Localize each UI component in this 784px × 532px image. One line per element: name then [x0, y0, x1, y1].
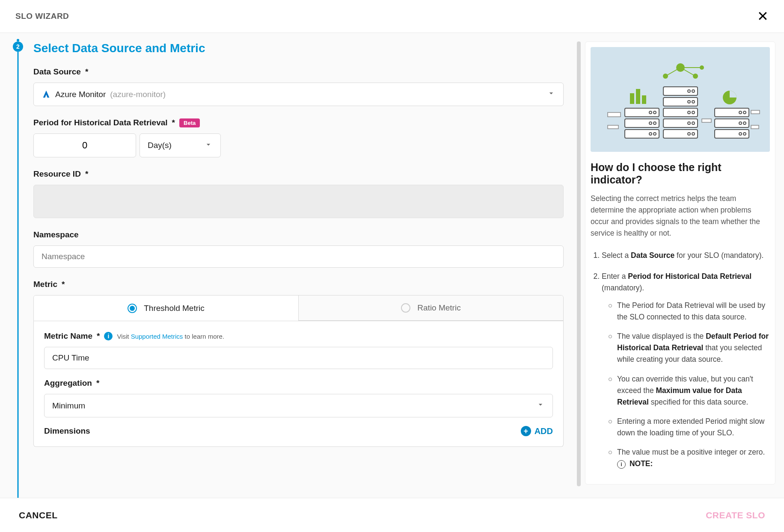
data-source-id: (azure-monitor) — [110, 90, 166, 99]
metric-name-input[interactable] — [44, 347, 553, 369]
close-icon[interactable]: ✕ — [757, 9, 769, 23]
chevron-down-icon — [204, 140, 213, 151]
svg-point-14 — [649, 111, 652, 114]
required-mark: * — [96, 378, 99, 388]
svg-point-34 — [692, 133, 695, 135]
field-resource-id: Resource ID * — [33, 169, 564, 218]
svg-point-32 — [692, 122, 695, 124]
svg-point-30 — [692, 111, 695, 114]
help-heading: How do I choose the right indicator? — [591, 161, 770, 186]
period-unit-value: Day(s) — [148, 141, 172, 150]
svg-point-43 — [743, 133, 746, 135]
svg-point-28 — [692, 100, 695, 103]
svg-point-29 — [688, 111, 690, 114]
period-input[interactable] — [33, 133, 136, 157]
chevron-down-icon — [547, 89, 555, 100]
radio-off-icon — [401, 303, 410, 313]
help-sub-1: The Period for Data Retrieval will be us… — [609, 300, 770, 323]
aggregation-select[interactable]: Minimum — [44, 394, 553, 417]
help-column: How do I choose the right indicator? Sel… — [581, 33, 784, 501]
tab-ratio-metric[interactable]: Ratio Metric — [298, 296, 563, 321]
help-intro: Selecting the correct metrics helps the … — [591, 193, 770, 239]
svg-point-38 — [739, 111, 742, 114]
header-title: SLO WIZARD — [15, 12, 69, 21]
required-mark: * — [172, 118, 175, 127]
svg-point-31 — [688, 122, 690, 124]
metric-tabs: Threshold Metric Ratio Metric — [33, 295, 564, 321]
svg-point-42 — [739, 133, 742, 135]
namespace-input[interactable] — [33, 245, 564, 268]
aggregation-value: Minimum — [52, 401, 85, 411]
step-line — [18, 52, 19, 501]
namespace-label: Namespace — [33, 230, 79, 239]
azure-icon — [42, 90, 51, 99]
tab-threshold-label: Threshold Metric — [144, 304, 205, 313]
add-label: ADD — [535, 426, 553, 436]
radio-on-icon — [128, 304, 137, 313]
help-step-2: Enter a Period for Historical Data Retri… — [602, 271, 770, 470]
metric-body: Metric Name * i Visit Supported Metrics … — [33, 321, 564, 447]
help-sub-4: Entering a more extended Period might sl… — [609, 416, 770, 439]
add-dimension-button[interactable]: + ADD — [521, 426, 553, 436]
svg-rect-8 — [636, 89, 640, 104]
svg-point-18 — [649, 133, 652, 135]
form-column: 2 Select Data Source and Metric Data Sou… — [0, 33, 581, 501]
step-rail: 2 — [13, 41, 23, 476]
wizard-header: SLO WIZARD ✕ — [0, 0, 784, 33]
svg-point-41 — [743, 122, 746, 124]
beta-badge: Beta — [179, 118, 200, 127]
svg-point-25 — [688, 90, 690, 92]
tab-ratio-label: Ratio Metric — [417, 303, 460, 313]
field-metric: Metric * Threshold Metric Ratio Metric — [33, 280, 564, 447]
data-source-select[interactable]: Azure Monitor (azure-monitor) — [33, 83, 564, 106]
supported-metrics-link[interactable]: Supported Metrics — [131, 333, 183, 340]
data-source-label: Data Source — [33, 67, 81, 77]
required-mark: * — [97, 331, 100, 341]
svg-point-27 — [688, 100, 690, 103]
help-step-1: Select a Data Source for your SLO (manda… — [602, 250, 770, 261]
svg-rect-7 — [630, 93, 634, 104]
aggregation-label: Aggregation — [44, 378, 92, 388]
svg-line-5 — [680, 68, 695, 76]
dimensions-label: Dimensions — [44, 426, 90, 436]
metric-name-hint: Visit Supported Metrics to learn more. — [117, 333, 224, 340]
data-source-name: Azure Monitor — [55, 90, 106, 99]
metric-name-label: Metric Name — [44, 331, 92, 341]
help-card: How do I choose the right indicator? Sel… — [585, 41, 775, 485]
metric-label: Metric — [33, 280, 57, 289]
svg-rect-48 — [751, 125, 759, 129]
svg-point-26 — [692, 90, 695, 92]
chevron-down-icon — [536, 400, 545, 411]
info-icon[interactable]: i — [104, 332, 113, 340]
svg-point-33 — [688, 133, 690, 135]
help-sub-3: You can override this value, but you can… — [609, 373, 770, 408]
resource-id-label: Resource ID — [33, 169, 81, 179]
help-steps: Select a Data Source for your SLO (manda… — [591, 250, 770, 470]
svg-rect-44 — [608, 112, 621, 117]
step-title: Select Data Source and Metric — [33, 41, 564, 55]
plus-icon: + — [521, 426, 531, 436]
scrollbar[interactable] — [577, 41, 581, 486]
svg-point-40 — [739, 122, 742, 124]
help-sub-5: The value must be a positive integer or … — [609, 446, 770, 470]
step-badge: 2 — [13, 41, 23, 52]
period-unit-select[interactable]: Day(s) — [140, 133, 221, 157]
svg-point-16 — [649, 122, 652, 124]
cancel-button[interactable]: CANCEL — [19, 510, 58, 520]
help-sub-2: The value displayed is the Default Perio… — [609, 331, 770, 365]
wizard-footer: CANCEL CREATE SLO — [0, 498, 784, 532]
svg-point-15 — [653, 111, 656, 114]
field-data-source: Data Source * Azure Monitor (azure-monit… — [33, 67, 564, 106]
help-illustration — [591, 47, 770, 152]
tab-threshold-metric[interactable]: Threshold Metric — [34, 296, 298, 321]
svg-rect-9 — [642, 95, 646, 104]
svg-point-39 — [743, 111, 746, 114]
field-namespace: Namespace — [33, 230, 564, 268]
svg-rect-47 — [751, 110, 760, 114]
svg-point-17 — [653, 122, 656, 124]
svg-point-19 — [653, 133, 656, 135]
resource-id-input[interactable] — [33, 185, 564, 218]
create-slo-button[interactable]: CREATE SLO — [706, 510, 765, 520]
svg-rect-45 — [608, 125, 618, 129]
svg-rect-46 — [702, 119, 711, 122]
